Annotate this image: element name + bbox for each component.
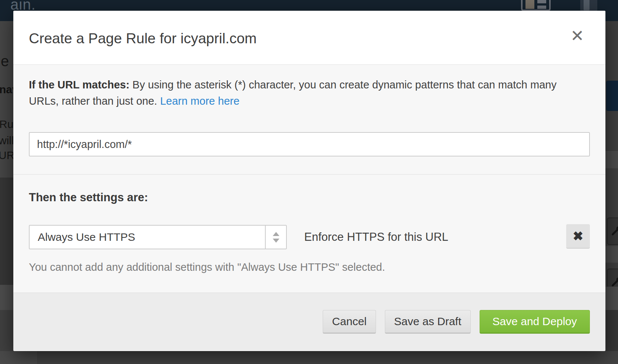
setting-select-value: Always Use HTTPS xyxy=(38,226,135,249)
setting-description: Enforce HTTPS for this URL xyxy=(304,225,448,249)
clipped-text-fragment: e xyxy=(1,53,9,70)
chevron-down-icon xyxy=(273,239,279,243)
background-bottom-strip xyxy=(0,351,618,364)
screen: ain. e nav Ru will UR xyxy=(0,0,618,364)
clipped-text-fragment: nav xyxy=(0,83,13,96)
modal-header: Create a Page Rule for icyapril.com ✕ xyxy=(13,11,605,65)
clipped-blue-button xyxy=(606,81,618,111)
background-band xyxy=(605,310,618,351)
wrench-icon xyxy=(607,218,618,245)
background-band xyxy=(605,151,618,168)
url-match-label: If the URL matches: xyxy=(29,79,130,91)
background-left-strip: e nav Ru will UR xyxy=(0,21,13,351)
background-band xyxy=(0,285,13,310)
url-match-paragraph: If the URL matches: By using the asteris… xyxy=(29,77,580,109)
save-and-deploy-button[interactable]: Save and Deploy xyxy=(480,310,590,334)
background-band xyxy=(0,351,37,364)
url-pattern-input[interactable] xyxy=(29,132,590,156)
remove-setting-button[interactable]: ✖ xyxy=(566,224,590,249)
setting-select[interactable]: Always Use HTTPS xyxy=(29,225,287,249)
settings-section: Then the settings are: Always Use HTTPS … xyxy=(13,175,605,293)
document-icon-inner xyxy=(584,0,590,10)
url-match-section: If the URL matches: By using the asteris… xyxy=(13,65,605,175)
learn-more-link[interactable]: Learn more here xyxy=(160,95,239,107)
settings-note: You cannot add any additional settings w… xyxy=(29,261,385,273)
modal-title: Create a Page Rule for icyapril.com xyxy=(29,30,257,47)
clipped-text-fragment: will xyxy=(0,134,13,147)
settings-heading: Then the settings are: xyxy=(29,191,148,204)
background-band xyxy=(605,246,618,263)
background-band xyxy=(605,287,618,310)
background-right-strip xyxy=(605,21,618,351)
clipped-text-fragment: UR xyxy=(0,149,13,162)
layout-icon-bar xyxy=(537,6,546,9)
modal-footer: Cancel Save as Draft Save and Deploy xyxy=(13,293,605,351)
chevron-up-icon xyxy=(273,232,279,236)
setting-row: Always Use HTTPS Enforce HTTPS for this … xyxy=(29,225,590,249)
background-band xyxy=(0,178,13,285)
layout-icon-bar xyxy=(537,0,546,3)
save-as-draft-button[interactable]: Save as Draft xyxy=(385,310,471,334)
clipped-text-fragment: Ru xyxy=(0,118,13,131)
layout-icon xyxy=(521,0,551,11)
document-icon xyxy=(580,0,597,12)
create-page-rule-modal: Create a Page Rule for icyapril.com ✕ If… xyxy=(13,11,605,351)
cancel-button[interactable]: Cancel xyxy=(323,310,376,334)
select-spinner-icon xyxy=(265,226,286,249)
close-icon[interactable]: ✕ xyxy=(567,26,588,46)
layout-icon-block xyxy=(525,0,534,9)
background-band xyxy=(0,310,13,351)
